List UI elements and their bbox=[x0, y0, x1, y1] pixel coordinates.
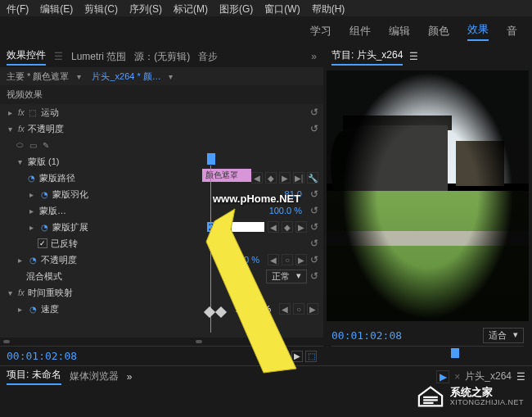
tab-effect-controls[interactable]: 效果控件 bbox=[7, 48, 46, 66]
breadcrumb-clip[interactable]: 片头_x264 * 颜… bbox=[92, 70, 160, 83]
fx-badge: fx bbox=[18, 108, 25, 117]
workspace-tab-assembly[interactable]: 组件 bbox=[349, 24, 371, 39]
expand-icon[interactable]: » bbox=[127, 371, 133, 383]
workspace-tab-audio[interactable]: 音 bbox=[507, 24, 517, 39]
playhead-icon[interactable] bbox=[207, 153, 215, 165]
tab-media-browser[interactable]: 媒体浏览器 bbox=[70, 369, 119, 383]
workspace-tab-effects[interactable]: 效果 bbox=[467, 22, 489, 41]
row-mask-prop[interactable]: ▸ 蒙版… 100.0 % ↺ bbox=[0, 202, 323, 219]
tc-btn-2[interactable]: ▶ bbox=[291, 351, 303, 362]
timeline-clip-tab[interactable]: 片头_x264 bbox=[465, 369, 512, 383]
ellipse-mask-icon[interactable]: ⬭ bbox=[15, 140, 25, 150]
motion-label: 运动 bbox=[41, 107, 59, 119]
reset-icon[interactable]: ↺ bbox=[310, 270, 318, 282]
chevron-down-icon[interactable]: ▾ bbox=[166, 72, 176, 81]
hamburger-icon[interactable]: ☰ bbox=[516, 371, 525, 383]
row-inverted[interactable]: 已反转 ↺ bbox=[0, 235, 323, 252]
program-tab[interactable]: 节目: 片头_x264 bbox=[331, 48, 403, 66]
mini-timeline-scrollbar[interactable] bbox=[0, 338, 323, 346]
tc-btn-1[interactable]: ▲ bbox=[277, 351, 289, 362]
preview-scrubber[interactable] bbox=[331, 346, 524, 365]
timecode-display[interactable]: 00:01:02:08 bbox=[7, 350, 77, 362]
tab-source[interactable]: 源：(无剪辑) bbox=[134, 50, 190, 64]
reset-icon[interactable]: ↺ bbox=[310, 238, 318, 249]
hamburger-icon[interactable]: ☰ bbox=[54, 51, 63, 62]
inverted-checkbox[interactable] bbox=[38, 238, 47, 248]
menu-graphics[interactable]: 图形(G) bbox=[219, 2, 253, 14]
row-speed[interactable]: ▸ ◔ 速度 100.00% ◀ ○ ▶ bbox=[0, 301, 323, 317]
zoom-fit-dropdown[interactable]: 适合▾ bbox=[483, 328, 524, 343]
menu-clip[interactable]: 剪辑(C) bbox=[84, 2, 118, 14]
rect-mask-icon[interactable]: ▭ bbox=[28, 141, 38, 150]
pen-mask-icon[interactable]: ✎ bbox=[41, 141, 51, 150]
preview-viewport[interactable] bbox=[327, 70, 529, 321]
workspace-tab-learn[interactable]: 学习 bbox=[310, 24, 331, 39]
expand-icon[interactable]: » bbox=[311, 51, 317, 62]
row-mask[interactable]: ▾ 蒙版 (1) bbox=[0, 153, 323, 170]
value-extra-field[interactable] bbox=[232, 222, 264, 232]
row-opacity[interactable]: ▾ fx 不透明度 ↺ bbox=[0, 120, 323, 137]
stopwatch-icon[interactable]: ◔ bbox=[39, 190, 49, 199]
reset-icon[interactable]: ↺ bbox=[310, 254, 318, 265]
tab-project[interactable]: 项目: 未命名 bbox=[7, 368, 61, 385]
next-kf-icon[interactable]: ▶ bbox=[295, 254, 307, 265]
row-time-remap[interactable]: ▾ fx 时间重映射 bbox=[0, 284, 323, 301]
reset-icon[interactable]: ↺ bbox=[310, 107, 318, 118]
chevron-right-icon[interactable]: ▸ bbox=[15, 256, 25, 265]
stopwatch-icon[interactable]: ◔ bbox=[39, 223, 49, 232]
prev-kf-icon[interactable]: ◀ bbox=[279, 303, 291, 315]
reset-icon[interactable]: ↺ bbox=[310, 221, 318, 233]
tab-lumetri[interactable]: Lumetri 范围 bbox=[71, 50, 126, 64]
add-kf-icon[interactable]: ○ bbox=[282, 254, 293, 265]
row-mask-expand[interactable]: ▸ ◔ 蒙版扩展 25.0 ◀ ◆ ▶ ↺ bbox=[0, 219, 323, 235]
menu-marker[interactable]: 标记(M) bbox=[174, 2, 208, 14]
reset-icon[interactable]: ↺ bbox=[310, 205, 318, 216]
chevron-right-icon[interactable]: ▸ bbox=[15, 305, 25, 314]
menu-window[interactable]: 窗口(W) bbox=[264, 2, 300, 14]
row-opacity2[interactable]: ▸ ◔ 不透明度 100.0 % ◀ ○ ▶ ↺ bbox=[0, 252, 323, 268]
tc-btn-3[interactable]: ⬚ bbox=[305, 351, 317, 362]
stopwatch-icon[interactable]: ◔ bbox=[28, 256, 38, 265]
menu-edit[interactable]: 编辑(E) bbox=[40, 2, 73, 14]
row-motion[interactable]: ▸ fx ⬚ 运动 ↺ bbox=[0, 104, 323, 120]
row-blend-mode[interactable]: 混合模式 正常▾ ↺ bbox=[0, 268, 323, 284]
menu-file[interactable]: 件(F) bbox=[7, 2, 29, 14]
chevron-down-icon[interactable]: ▾ bbox=[74, 72, 83, 81]
preview-timecode[interactable]: 00:01:02:08 bbox=[331, 329, 402, 342]
playhead-icon[interactable] bbox=[451, 348, 459, 358]
mini-timeline[interactable]: 颜色遮罩 bbox=[202, 169, 323, 182]
tab-audio[interactable]: 音步 bbox=[198, 50, 218, 64]
stopwatch-icon[interactable]: ◔ bbox=[26, 174, 36, 183]
scroll-handle[interactable] bbox=[196, 340, 202, 343]
mask-prop-value[interactable]: 100.0 % bbox=[269, 206, 302, 215]
reset-icon[interactable]: ↺ bbox=[310, 188, 318, 200]
chevron-down-icon[interactable]: ▾ bbox=[15, 157, 25, 166]
play-icon[interactable]: ▶ bbox=[436, 370, 449, 383]
speed-value[interactable]: 100.00% bbox=[236, 304, 271, 314]
menu-help[interactable]: 帮助(H) bbox=[312, 2, 345, 14]
chevron-right-icon[interactable]: ▸ bbox=[5, 108, 15, 117]
scroll-handle[interactable] bbox=[3, 340, 10, 343]
menu-sequence[interactable]: 序列(S) bbox=[129, 2, 162, 14]
next-kf-icon[interactable]: ▶ bbox=[307, 303, 318, 315]
mask-feather-label: 蒙版羽化 bbox=[52, 188, 88, 201]
chevron-down-icon[interactable]: ▾ bbox=[5, 288, 15, 297]
chevron-right-icon[interactable]: ▸ bbox=[26, 190, 36, 199]
stopwatch-icon[interactable]: ◔ bbox=[28, 305, 38, 314]
prev-kf-icon[interactable]: ◀ bbox=[268, 221, 279, 233]
hamburger-icon[interactable]: ☰ bbox=[409, 51, 418, 62]
chevron-right-icon[interactable]: ▸ bbox=[26, 206, 36, 215]
blend-mode-dropdown[interactable]: 正常▾ bbox=[266, 270, 307, 283]
opacity2-value[interactable]: 100.0 % bbox=[227, 255, 259, 265]
next-kf-icon[interactable]: ▶ bbox=[295, 221, 307, 233]
add-kf-icon[interactable]: ◆ bbox=[282, 221, 293, 233]
reset-icon[interactable]: ↺ bbox=[310, 123, 318, 134]
breadcrumb-root[interactable]: 主要 * 颜色遮罩 bbox=[7, 70, 69, 83]
chevron-right-icon[interactable]: ▸ bbox=[26, 223, 36, 232]
chevron-down-icon[interactable]: ▾ bbox=[5, 125, 15, 134]
prev-kf-icon[interactable]: ◀ bbox=[268, 254, 279, 265]
workspace-tab-edit[interactable]: 编辑 bbox=[389, 24, 410, 39]
time-remap-label: 时间重映射 bbox=[28, 287, 73, 299]
add-kf-icon[interactable]: ○ bbox=[293, 303, 304, 315]
workspace-tab-color[interactable]: 颜色 bbox=[428, 24, 449, 39]
